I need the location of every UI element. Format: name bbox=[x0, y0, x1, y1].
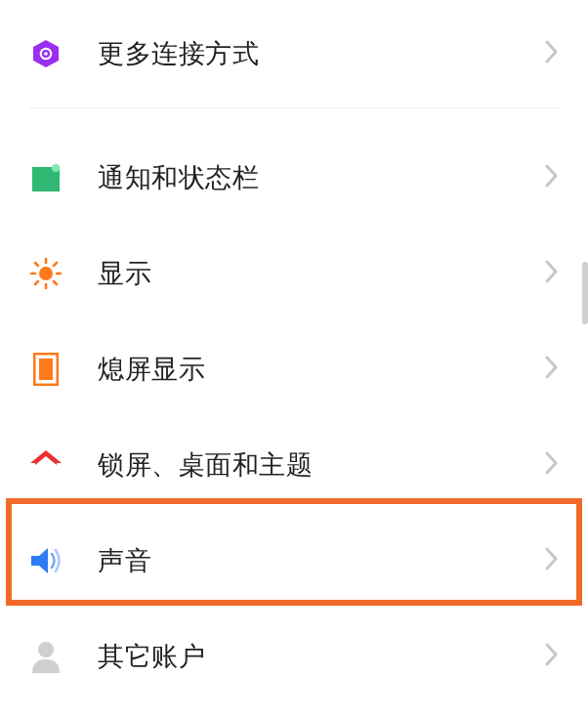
chevron-right-icon bbox=[545, 260, 559, 287]
chevron-right-icon bbox=[545, 643, 559, 670]
display-icon bbox=[29, 257, 63, 290]
chevron-right-icon bbox=[545, 451, 559, 479]
chevron-right-icon bbox=[545, 356, 559, 383]
svg-rect-15 bbox=[39, 359, 53, 380]
notification-status-icon bbox=[29, 163, 63, 192]
svg-point-5 bbox=[39, 267, 53, 280]
svg-point-19 bbox=[38, 642, 54, 657]
sound-icon bbox=[29, 546, 63, 575]
settings-label: 声音 bbox=[98, 543, 545, 578]
divider bbox=[29, 107, 559, 108]
settings-label: 通知和状态栏 bbox=[98, 160, 545, 195]
ambient-display-icon bbox=[29, 353, 63, 386]
settings-row-lockscreen-theme[interactable]: 锁屏、桌面和主题 bbox=[29, 417, 559, 513]
chevron-right-icon bbox=[545, 40, 559, 67]
svg-marker-18 bbox=[31, 548, 48, 573]
settings-label: 熄屏显示 bbox=[98, 352, 545, 387]
svg-point-2 bbox=[44, 52, 48, 56]
svg-point-4 bbox=[52, 164, 60, 172]
settings-row-display[interactable]: 显示 bbox=[29, 226, 559, 321]
lockscreen-theme-icon bbox=[29, 450, 63, 480]
svg-line-11 bbox=[54, 281, 57, 284]
more-connections-icon bbox=[29, 38, 63, 69]
settings-row-ambient-display[interactable]: 熄屏显示 bbox=[29, 321, 559, 417]
svg-line-10 bbox=[35, 263, 38, 266]
settings-label: 锁屏、桌面和主题 bbox=[98, 447, 545, 483]
settings-row-notification-status[interactable]: 通知和状态栏 bbox=[29, 130, 559, 226]
chevron-right-icon bbox=[545, 547, 559, 574]
scrollbar-thumb[interactable] bbox=[582, 262, 588, 324]
chevron-right-icon bbox=[545, 164, 559, 191]
settings-row-other-accounts[interactable]: 其它账户 bbox=[29, 609, 559, 704]
settings-label: 更多连接方式 bbox=[98, 36, 545, 71]
svg-line-13 bbox=[54, 263, 57, 266]
settings-label: 其它账户 bbox=[98, 639, 545, 674]
svg-line-12 bbox=[35, 281, 38, 284]
settings-label: 显示 bbox=[98, 256, 545, 291]
settings-row-more-connections[interactable]: 更多连接方式 bbox=[29, 0, 559, 107]
settings-row-sound[interactable]: 声音 bbox=[29, 513, 559, 609]
settings-list: 更多连接方式 通知和状态栏 bbox=[0, 0, 588, 704]
other-accounts-icon bbox=[29, 640, 63, 673]
